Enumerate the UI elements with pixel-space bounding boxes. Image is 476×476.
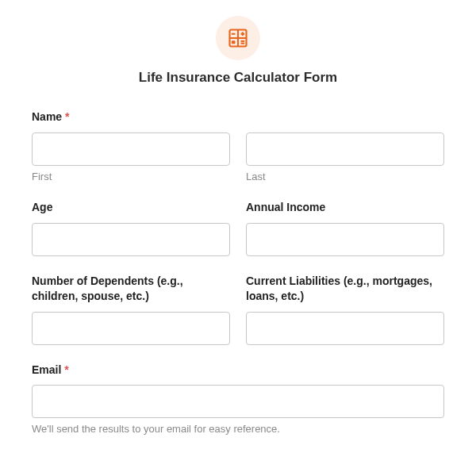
email-input[interactable]	[32, 385, 444, 418]
dependents-input[interactable]	[32, 312, 230, 345]
email-label-text: Email	[32, 363, 61, 376]
form-header: Life Insurance Calculator Form	[32, 16, 444, 86]
first-name-input[interactable]	[32, 132, 230, 166]
last-name-input[interactable]	[246, 132, 444, 166]
name-label-text: Name	[32, 110, 62, 123]
liabilities-label: Current Liabilities (e.g., mortgages, lo…	[246, 274, 444, 304]
age-input[interactable]	[32, 223, 230, 256]
name-label: Name *	[32, 109, 444, 125]
required-mark: *	[64, 363, 68, 376]
income-input[interactable]	[246, 223, 444, 256]
calculator-icon	[216, 16, 260, 60]
last-name-sublabel: Last	[246, 171, 444, 182]
dependents-field: Number of Dependents (e.g., children, sp…	[32, 274, 230, 345]
age-label: Age	[32, 200, 230, 215]
liabilities-input[interactable]	[246, 312, 444, 345]
age-field: Age	[32, 200, 230, 256]
form-title: Life Insurance Calculator Form	[32, 70, 444, 86]
email-label: Email *	[32, 363, 444, 378]
email-field: Email * We'll send the results to your e…	[32, 363, 444, 436]
income-label: Annual Income	[246, 200, 444, 215]
required-mark: *	[65, 110, 69, 123]
income-field: Annual Income	[246, 200, 444, 256]
first-name-sublabel: First	[32, 171, 230, 182]
dependents-label: Number of Dependents (e.g., children, sp…	[32, 274, 230, 304]
liabilities-field: Current Liabilities (e.g., mortgages, lo…	[246, 274, 444, 345]
email-help: We'll send the results to your email for…	[32, 423, 444, 435]
name-field-group: Name * First Last	[32, 109, 444, 182]
